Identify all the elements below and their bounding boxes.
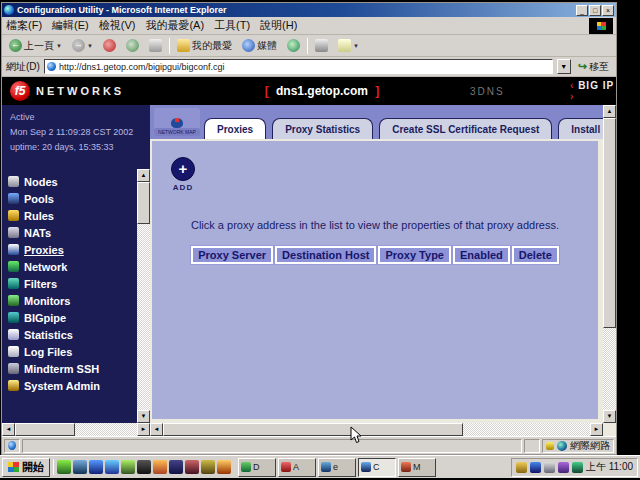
scroll-right-icon[interactable]: ► — [590, 423, 603, 436]
task-button[interactable]: M — [398, 458, 436, 477]
column-header-destination-host[interactable]: Destination Host — [275, 246, 376, 264]
network-map-button[interactable]: NETWORK MAP — [154, 108, 200, 136]
input-method-icon[interactable] — [530, 462, 541, 473]
history-button[interactable] — [284, 38, 303, 53]
bracket-left: [ — [265, 84, 269, 98]
network-tray-icon[interactable] — [572, 462, 583, 473]
menu-tools[interactable]: 工具(T) — [214, 18, 250, 33]
edit-dropdown-icon[interactable]: ▼ — [353, 43, 359, 49]
scroll-track[interactable] — [15, 423, 137, 436]
task-button-active[interactable]: C — [358, 458, 396, 477]
scroll-thumb[interactable] — [137, 182, 150, 224]
task-button[interactable]: D — [238, 458, 276, 477]
quick-launch-icon[interactable] — [153, 460, 167, 474]
sidebar-horizontal-scrollbar[interactable]: ◄ ► — [2, 423, 150, 436]
sidebar-item-statistics[interactable]: Statistics — [8, 326, 134, 343]
task-button[interactable]: e — [318, 458, 356, 477]
back-button[interactable]: 上一頁 ▼ — [6, 38, 65, 54]
column-header-enabled[interactable]: Enabled — [453, 246, 510, 264]
quick-launch-icon[interactable] — [89, 460, 103, 474]
sidebar-item-pools[interactable]: Pools — [8, 190, 134, 207]
scroll-thumb[interactable] — [603, 118, 616, 328]
main-vertical-scrollbar[interactable]: ▲ ▼ — [603, 105, 616, 423]
menu-help[interactable]: 說明(H) — [260, 18, 297, 33]
sidebar-item-nodes[interactable]: Nodes — [8, 173, 134, 190]
scroll-right-icon[interactable]: ► — [137, 423, 150, 436]
menu-favorites[interactable]: 我的最愛(A) — [145, 18, 204, 33]
add-label: ADD — [168, 183, 198, 192]
sidebar-vertical-scrollbar[interactable]: ▲ ▼ — [137, 169, 150, 423]
quick-launch-icon[interactable] — [57, 460, 71, 474]
quick-launch-icon[interactable] — [185, 460, 199, 474]
back-dropdown-icon[interactable]: ▼ — [56, 43, 62, 49]
quick-launch-icon[interactable] — [169, 460, 183, 474]
address-dropdown-icon[interactable]: ▼ — [557, 59, 571, 74]
sidebar-item-filters[interactable]: Filters — [8, 275, 134, 292]
app-tray-icon[interactable] — [558, 462, 569, 473]
scroll-up-icon[interactable]: ▲ — [603, 105, 616, 118]
go-button[interactable]: ↪ 移至 — [575, 60, 612, 74]
stop-button[interactable] — [100, 38, 119, 53]
close-button[interactable]: × — [602, 5, 614, 16]
quick-launch-icon[interactable] — [73, 460, 87, 474]
start-button[interactable]: 開始 — [2, 458, 50, 477]
main-horizontal-scrollbar[interactable]: ◄ ► — [150, 423, 603, 436]
scroll-track[interactable] — [137, 182, 150, 410]
scroll-left-icon[interactable]: ◄ — [150, 423, 163, 436]
refresh-button[interactable] — [123, 38, 142, 53]
favorites-button[interactable]: 我的最愛 — [174, 38, 235, 54]
scroll-thumb[interactable] — [15, 423, 75, 436]
quick-launch-icon[interactable] — [121, 460, 135, 474]
sidebar-item-system-admin[interactable]: System Admin — [8, 377, 134, 394]
quick-launch-icon[interactable] — [137, 460, 151, 474]
maximize-button[interactable]: □ — [589, 5, 601, 16]
scroll-down-icon[interactable]: ▼ — [137, 410, 150, 423]
volume-icon[interactable] — [516, 462, 527, 473]
task-label: A — [293, 462, 299, 472]
display-icon[interactable] — [544, 462, 555, 473]
taskbar-clock[interactable]: 上午 11:00 — [586, 460, 633, 474]
tab-create-ssl-certificate-request[interactable]: Create SSL Certificate Request — [379, 118, 552, 139]
add-proxy-button[interactable]: + ADD — [168, 157, 198, 192]
scroll-down-icon[interactable]: ▼ — [603, 410, 616, 423]
quick-launch-icon[interactable] — [201, 460, 215, 474]
address-label: 網址(D) — [6, 60, 40, 74]
scroll-track[interactable] — [163, 423, 590, 436]
task-button[interactable]: A — [278, 458, 316, 477]
sidebar-item-proxies[interactable]: Proxies — [8, 241, 134, 258]
sidebar-item-bigpipe[interactable]: BIGpipe — [8, 309, 134, 326]
tab-proxy-statistics[interactable]: Proxy Statistics — [272, 118, 373, 139]
print-button[interactable] — [312, 38, 331, 53]
scroll-track[interactable] — [603, 118, 616, 410]
sidebar-item-monitors[interactable]: Monitors — [8, 292, 134, 309]
windows-start-icon — [8, 462, 19, 472]
column-header-proxy-type[interactable]: Proxy Type — [378, 246, 451, 264]
tab-proxies[interactable]: Proxies — [204, 118, 266, 139]
bigip-accent-left: ‹ — [570, 80, 574, 91]
sidebar-item-mindterm-ssh[interactable]: Mindterm SSH — [8, 360, 134, 377]
forward-dropdown-icon[interactable]: ▼ — [87, 43, 93, 49]
scroll-thumb[interactable] — [163, 423, 463, 436]
home-button[interactable] — [146, 38, 165, 53]
edit-button[interactable]: ▼ — [335, 38, 362, 53]
quick-launch-icon[interactable] — [217, 460, 231, 474]
minimize-button[interactable]: _ — [576, 5, 588, 16]
sidebar-item-network[interactable]: Network — [8, 258, 134, 275]
scroll-up-icon[interactable]: ▲ — [137, 169, 150, 182]
menu-view[interactable]: 檢視(V) — [99, 18, 136, 33]
column-header-delete[interactable]: Delete — [512, 246, 559, 264]
title-bar[interactable]: Configuration Utility - Microsoft Intern… — [2, 3, 616, 17]
media-button[interactable]: 媒體 — [239, 38, 280, 54]
quick-launch-icon[interactable] — [105, 460, 119, 474]
menu-edit[interactable]: 編輯(E) — [52, 18, 89, 33]
scroll-left-icon[interactable]: ◄ — [2, 423, 15, 436]
column-header-proxy-server[interactable]: Proxy Server — [191, 246, 273, 264]
address-input[interactable] — [59, 62, 550, 72]
add-icon[interactable]: + — [171, 157, 195, 181]
tab-install-ssl-certificate[interactable]: Install SSL Certif — [558, 118, 603, 139]
sidebar-item-log-files[interactable]: Log Files — [8, 343, 134, 360]
forward-button[interactable]: ▼ — [69, 38, 96, 53]
sidebar-item-rules[interactable]: Rules — [8, 207, 134, 224]
menu-file[interactable]: 檔案(F) — [6, 18, 42, 33]
sidebar-item-nats[interactable]: NATs — [8, 224, 134, 241]
